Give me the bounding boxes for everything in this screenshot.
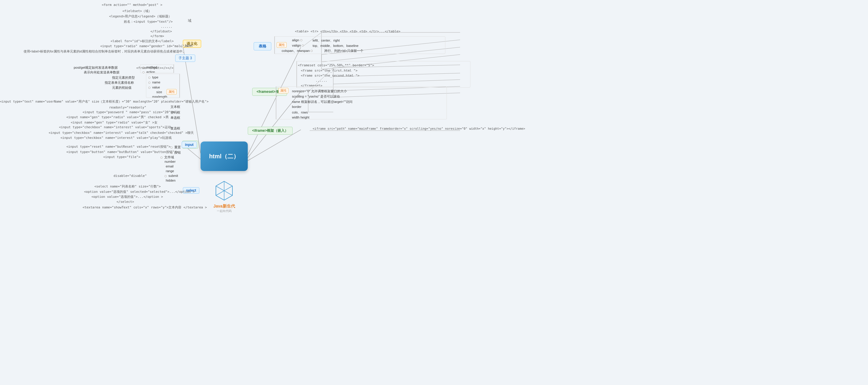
checkbox-code1: <input type="checkbox" name="interest" v…: [59, 125, 171, 129]
value-desc: 元素的初始值: [112, 86, 131, 90]
action-desc: 表示向何处发送表单数据: [84, 70, 119, 74]
yuyi-label-desc: 使用<label>标签的for属性与表单元素的id属性相结合控制单击标签时，对应…: [24, 50, 189, 54]
textbox-label: 文本框: [170, 105, 180, 109]
reset-label: 重置: [170, 145, 181, 150]
select-code1: <select name="列表名称" size="行数">: [94, 184, 161, 189]
iframe-code: <iframe src="path" name="mainFrame" fram…: [313, 127, 525, 130]
yuyi-input-name: 姓名：<input type="text"/>: [124, 20, 173, 24]
button-code: <input type="button" name="butButton" va…: [66, 150, 179, 154]
checkbox-code2: <input type="checkbox" name="interest" v…: [49, 131, 194, 135]
yuyi-yu: 域: [188, 18, 191, 23]
type-desc: 指定元素的类型: [112, 75, 135, 80]
number-label: number: [164, 160, 176, 163]
submit-disable: disable="disable": [114, 174, 147, 178]
name-desc: 指定表单元素得名称: [105, 81, 134, 85]
radio-code2: <input name="gen" type="radio" value="女"…: [71, 120, 157, 125]
select-code3: <option value="选项的值">...</option >: [91, 195, 163, 199]
textbox-readonly: readonly="readonly": [109, 105, 146, 109]
password-code: <input type="password " name="pass" size…: [83, 110, 174, 114]
checkbox-code3: <input type="checkbox" name="interest" v…: [60, 136, 172, 140]
file-code: <input type="file">: [103, 155, 141, 159]
table-code: <table> <tr> <th></th> <th> <td> <td> </…: [295, 30, 401, 33]
svg-line-32: [224, 191, 232, 195]
textarea-code: <textarea name="showText" cols="x" rows=…: [83, 205, 207, 210]
checkbox-label: 复选框: [170, 126, 180, 131]
file-label: 文件域: [160, 155, 174, 159]
yuyi-subtopic: 子主题 3: [175, 55, 195, 62]
svg-line-30: [224, 186, 232, 191]
reset-code: <input type="reset" name="butReset" valu…: [66, 145, 170, 149]
yuyi-form-close: </form>: [150, 34, 164, 38]
central-node: html（二）: [200, 141, 248, 171]
yuyi-label-word: label: [181, 44, 193, 48]
method-desc: post/get规定如何发送表单数据: [74, 65, 118, 70]
email-label: email: [166, 164, 174, 168]
select-code4: </select>: [117, 200, 134, 204]
central-title: html（二）: [209, 152, 239, 160]
biaoge-label: 表格: [254, 42, 271, 51]
select-code2: <option value="选项的值" selected="selected"…: [84, 190, 195, 194]
frameset-attr-box: [276, 86, 447, 119]
yuyi-label-tag: <label for="id">标注的文本</label>: [111, 39, 174, 43]
radio-code1: <input name="gen" type="radio" value="男"…: [66, 115, 169, 119]
iframe-label: <iframe>框架（嵌入）: [248, 127, 292, 135]
cube-icon: [212, 179, 236, 202]
yuyi-fieldset: <fieldset>（域）: [122, 9, 152, 13]
biaodan-method-box: [140, 64, 174, 73]
biaoge-attr-box: [274, 36, 445, 54]
biaodan-attr-box: [146, 74, 180, 98]
input-section-label: input: [182, 141, 197, 148]
svg-line-29: [216, 186, 224, 191]
range-label: range: [166, 169, 174, 173]
hidden-label: hidden: [166, 179, 176, 182]
yuyi-form: <form action="" method="post" >: [102, 3, 162, 7]
yuyi-input-radio: <input type="radio" name="gender" id="ma…: [100, 44, 188, 48]
brand-text: Java新生代: [213, 204, 235, 209]
svg-line-33: [216, 191, 224, 195]
frameset-code-box: [297, 61, 470, 88]
brand-sub: 一起向代码: [217, 209, 231, 213]
textbox-code: <input type="text" name="userName" value…: [0, 100, 209, 104]
submit-label: submit: [164, 174, 178, 178]
yuyi-legend: <legend>用户信息</legend>（域标题）: [109, 14, 172, 19]
radio-label: 单选框: [170, 116, 180, 120]
yuyi-fieldset-close: </fieldset>: [150, 30, 172, 33]
yuyi-dots1: ......: [161, 25, 173, 29]
